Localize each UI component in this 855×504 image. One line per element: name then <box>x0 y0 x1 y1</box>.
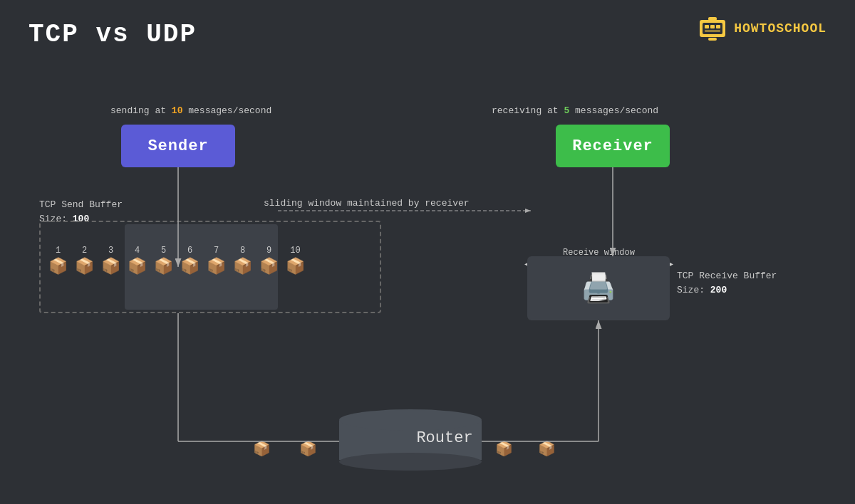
package-4: 4 📦 <box>128 246 147 276</box>
package-3: 3 📦 <box>101 246 120 276</box>
router-pkg-right-2: 📦 <box>538 440 556 458</box>
receive-buffer-label: TCP Receive Buffer Size: 200 <box>677 269 777 297</box>
receive-buffer-icon: 🖨️ <box>581 271 616 306</box>
logo-text: HOWTOSCHOOL <box>734 21 826 36</box>
router-bottom-ellipse <box>339 453 482 471</box>
package-10: 10 📦 <box>286 246 305 276</box>
receiver-box: Receiver <box>556 125 670 167</box>
svg-rect-5 <box>705 30 720 32</box>
svg-rect-7 <box>708 38 717 41</box>
package-8: 8 📦 <box>233 246 252 276</box>
main-container: TCP vs UDP HOWTOSCHOOL sending at 10 mes… <box>0 0 855 504</box>
logo-area: HOWTOSCHOOL <box>698 16 826 41</box>
sender-box: Sender <box>121 125 235 167</box>
receiver-rate-label: receiving at 5 messages/second <box>492 105 658 116</box>
package-6: 6 📦 <box>180 246 200 276</box>
page-title: TCP vs UDP <box>28 20 197 49</box>
router-label: Router <box>373 429 516 447</box>
logo-icon <box>698 16 727 41</box>
package-5: 5 📦 <box>154 246 173 276</box>
svg-rect-3 <box>710 25 715 28</box>
package-7: 7 📦 <box>207 246 226 276</box>
sliding-window-label: sliding window maintained by receiver <box>264 198 470 209</box>
router-top-ellipse <box>339 409 482 431</box>
receive-buffer-box: 🖨️ <box>527 256 670 320</box>
sender-rate-label: sending at 10 messages/second <box>110 105 271 116</box>
package-2: 2 📦 <box>75 246 94 276</box>
router-pkg-left-2: 📦 <box>299 440 317 458</box>
sender-rate-number: 10 <box>172 105 183 116</box>
svg-rect-4 <box>716 25 720 28</box>
package-9: 9 📦 <box>259 246 279 276</box>
svg-rect-6 <box>708 17 717 21</box>
svg-rect-2 <box>705 25 709 28</box>
packages-row: 1 📦 2 📦 3 📦 4 📦 5 📦 6 📦 7 <box>48 246 305 276</box>
package-1: 1 📦 <box>48 246 68 276</box>
router-pkg-left-1: 📦 <box>253 440 271 458</box>
